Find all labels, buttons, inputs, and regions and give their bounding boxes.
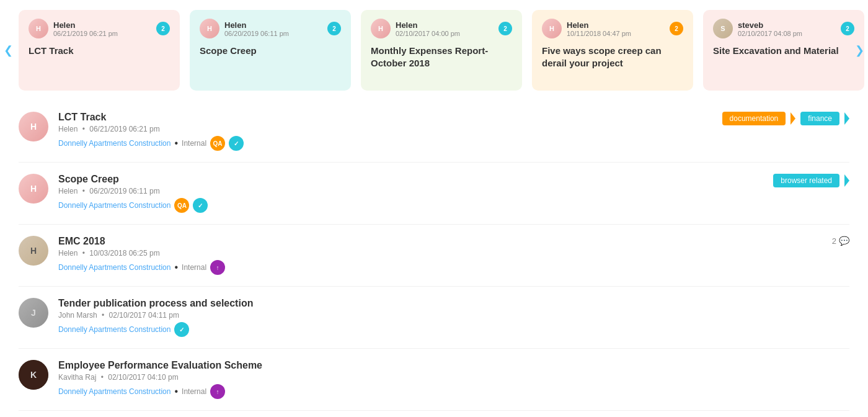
card-author-4: Helen (567, 20, 670, 30)
card-date-4: 10/11/2018 04:47 pm (567, 30, 670, 37)
list-item-1: H LCT Track Helen • 06/21/2019 06:21 pm … (19, 101, 849, 163)
list-meta-2: Helen • 06/20/2019 06:11 pm (58, 187, 849, 195)
list-author-2: Helen (58, 187, 78, 195)
list-title-2[interactable]: Scope Creep (58, 174, 849, 185)
list-item-3: H EMC 2018 Helen • 10/03/2018 06:25 pm D… (19, 225, 849, 287)
project-link-1[interactable]: Donnelly Apartments Construction (58, 139, 170, 148)
list-footer-4: Donnelly Apartments Construction ✓ (58, 322, 849, 337)
footer-bullet-3: • (174, 262, 178, 273)
list-footer-5: Donnelly Apartments Construction • Inter… (58, 384, 849, 399)
list-item-5: K Employee Performance Evaluation Scheme… (19, 349, 849, 411)
card-title-3: Monthly Expenses Report- October 2018 (371, 45, 512, 69)
list-meta-5: Kavitha Raj • 02/10/2017 04:10 pm (58, 373, 849, 382)
list-date-3: 10/03/2018 06:25 pm (89, 249, 159, 258)
list-date-5: 02/10/2017 04:10 pm (108, 373, 178, 382)
list-item-2: H Scope Creep Helen • 06/20/2019 06:11 p… (19, 163, 849, 225)
list-meta-1: Helen • 06/21/2019 06:21 pm (58, 125, 849, 133)
bullet-2: • (82, 187, 85, 195)
list-date-1: 06/21/2019 06:21 pm (89, 125, 159, 133)
card-date-5: 02/10/2017 04:08 pm (738, 30, 841, 37)
carousel-card-3[interactable]: H Helen 02/10/2017 04:00 pm 2 Monthly Ex… (361, 10, 522, 91)
bullet-3: • (82, 249, 85, 258)
list-tags-2: browser related (773, 174, 849, 187)
list-title-4[interactable]: Tender publication process and selection (58, 298, 849, 309)
list-meta-4: John Marsh • 02/10/2017 04:11 pm (58, 311, 849, 320)
project-link-4[interactable]: Donnelly Apartments Construction (58, 325, 170, 334)
participant-avatar-2a: QA (174, 198, 189, 213)
card-meta-5: steveb 02/10/2017 04:08 pm (738, 20, 841, 37)
card-date-2: 06/20/2019 06:11 pm (224, 30, 327, 37)
visibility-1: Internal (182, 139, 206, 148)
card-avatar-2: H (200, 19, 219, 38)
carousel-card-2[interactable]: H Helen 06/20/2019 06:11 pm 2 Scope Cree… (190, 10, 351, 91)
card-badge-2: 2 (327, 22, 341, 35)
list-meta-3: Helen • 10/03/2018 06:25 pm (58, 249, 849, 258)
card-avatar-1: H (29, 19, 48, 38)
card-date-1: 06/21/2019 06:21 pm (53, 30, 156, 37)
footer-bullet-1: • (174, 138, 178, 149)
list-item-4: J Tender publication process and selecti… (19, 287, 849, 349)
card-title-5: Site Excavation and Material (713, 45, 854, 57)
list-avatar-1: H (19, 112, 48, 141)
tag-finance: finance (800, 112, 839, 125)
card-header-4: H Helen 10/11/2018 04:47 pm 2 (542, 19, 683, 38)
comment-count-3: 2 💬 (832, 236, 849, 246)
tag-arrow-teal-2 (844, 174, 849, 187)
carousel-card-5[interactable]: S steveb 02/10/2017 04:08 pm 2 Site Exca… (703, 10, 864, 91)
card-header-1: H Helen 06/21/2019 06:21 pm 2 (29, 19, 170, 38)
bullet-1: • (82, 125, 85, 133)
project-link-2[interactable]: Donnelly Apartments Construction (58, 201, 170, 210)
list-title-5[interactable]: Employee Performance Evaluation Scheme (58, 360, 849, 371)
card-header-2: H Helen 06/20/2019 06:11 pm 2 (200, 19, 341, 38)
comment-number-3: 2 (832, 236, 836, 246)
list-avatar-3: H (19, 236, 48, 266)
project-link-5[interactable]: Donnelly Apartments Construction (58, 387, 170, 396)
card-header-3: H Helen 02/10/2017 04:00 pm 2 (371, 19, 512, 38)
card-meta-3: Helen 02/10/2017 04:00 pm (396, 20, 498, 37)
card-avatar-3: H (371, 19, 391, 38)
list-author-1: Helen (58, 125, 78, 133)
card-title-1: LCT Track (29, 45, 170, 57)
list-content-4: Tender publication process and selection… (58, 298, 849, 337)
carousel-card-1[interactable]: H Helen 06/21/2019 06:21 pm 2 LCT Track (19, 10, 180, 91)
list-avatar-2: H (19, 174, 48, 204)
card-meta-2: Helen 06/20/2019 06:11 pm (224, 20, 327, 37)
card-header-5: S steveb 02/10/2017 04:08 pm 2 (713, 19, 854, 38)
list-date-2: 06/20/2019 06:11 pm (89, 187, 159, 195)
card-title-4: Five ways scope creep can derail your pr… (542, 45, 683, 69)
card-author-3: Helen (396, 20, 498, 30)
card-date-3: 02/10/2017 04:00 pm (396, 30, 498, 37)
list-tags-1: documentation finance (722, 112, 849, 125)
visibility-3: Internal (182, 263, 206, 272)
card-author-5: steveb (738, 20, 841, 30)
participant-avatar-1b: ✓ (229, 136, 244, 151)
list-author-5: Kavitha Raj (58, 373, 96, 382)
list-title-3[interactable]: EMC 2018 (58, 236, 849, 247)
list-right-3: 2 💬 (832, 236, 849, 246)
participant-avatar-2b: ✓ (193, 198, 208, 213)
card-author-2: Helen (224, 20, 327, 30)
card-meta-4: Helen 10/11/2018 04:47 pm (567, 20, 670, 37)
card-avatar-4: H (542, 19, 562, 38)
list-content-5: Employee Performance Evaluation Scheme K… (58, 360, 849, 399)
visibility-5: Internal (182, 387, 206, 396)
card-author-1: Helen (53, 20, 156, 30)
card-title-2: Scope Creep (200, 45, 341, 57)
carousel-next-button[interactable]: ❯ (855, 43, 864, 57)
carousel-prev-button[interactable]: ❮ (4, 43, 13, 57)
card-meta-1: Helen 06/21/2019 06:21 pm (53, 20, 156, 37)
card-badge-4: 2 (670, 22, 683, 35)
participant-avatar-4a: ✓ (174, 322, 189, 337)
tag-documentation: documentation (722, 112, 786, 125)
bullet-4: • (102, 311, 104, 320)
tag-arrow-orange (790, 112, 795, 125)
list-date-4: 02/10/2017 04:11 pm (109, 311, 179, 320)
project-link-3[interactable]: Donnelly Apartments Construction (58, 263, 170, 272)
carousel-section: ❮ H Helen 06/21/2019 06:21 pm 2 LCT Trac… (0, 0, 868, 101)
list-content-2: Scope Creep Helen • 06/20/2019 06:11 pm … (58, 174, 849, 213)
card-badge-1: 2 (156, 22, 170, 35)
list-avatar-5: K (19, 360, 48, 390)
card-badge-3: 2 (498, 22, 512, 35)
bullet-5: • (101, 373, 104, 382)
carousel-card-4[interactable]: H Helen 10/11/2018 04:47 pm 2 Five ways … (532, 10, 693, 91)
